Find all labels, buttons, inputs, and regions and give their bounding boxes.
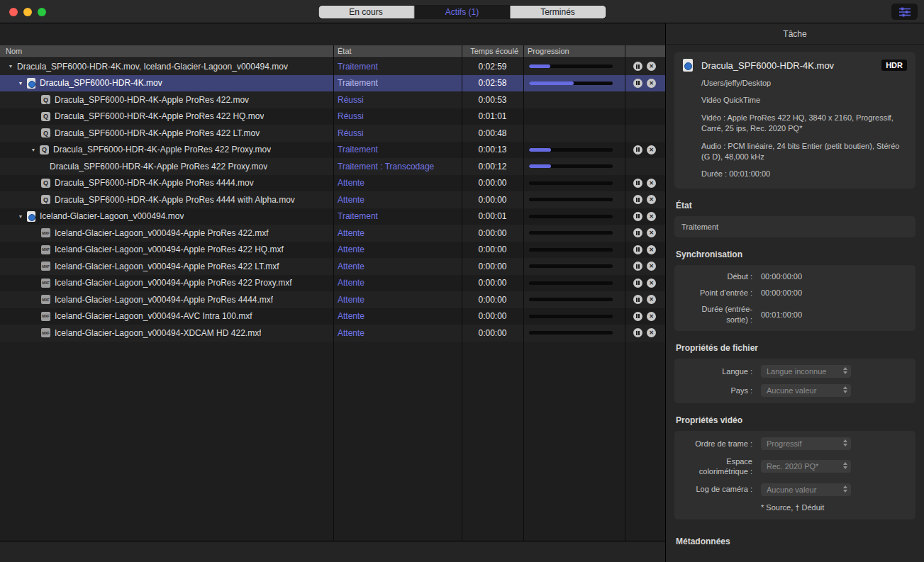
- job-name-cell: MXFIceland-Glacier-Lagoon_v000494-Apple …: [0, 275, 333, 292]
- table-row[interactable]: MXFIceland-Glacier-Lagoon_v000494-AVC In…: [0, 308, 665, 325]
- job-name: Iceland-Glacier-Lagoon_v000494-Apple Pro…: [55, 295, 273, 305]
- quicktime-output-icon: Q: [41, 112, 50, 121]
- table-row[interactable]: QDracula_SPF6000-HDR-4K-Apple ProRes 444…: [0, 175, 665, 192]
- job-name: Iceland-Glacier-Lagoon_v000494-XDCAM HD …: [55, 328, 261, 338]
- table-row[interactable]: QDracula_SPF6000-HDR-4K-Apple ProRes 444…: [0, 191, 665, 208]
- pause-button[interactable]: [633, 312, 642, 321]
- cancel-button[interactable]: ✕: [647, 179, 656, 188]
- progress-bar: [529, 198, 613, 201]
- column-separator[interactable]: [462, 45, 462, 541]
- source-duration: Durée : 00:01:00:00: [701, 169, 907, 179]
- disclosure-triangle-icon[interactable]: ▼: [14, 81, 27, 86]
- hdr-badge: HDR: [881, 60, 907, 71]
- mxf-file-icon: MXF: [41, 295, 50, 304]
- status-cell: Attente: [333, 191, 462, 208]
- progress-cell: [523, 175, 625, 192]
- pause-button[interactable]: [633, 79, 642, 88]
- table-row[interactable]: MXFIceland-Glacier-Lagoon_v000494-Apple …: [0, 291, 665, 308]
- pause-button[interactable]: [633, 262, 642, 271]
- table-row[interactable]: ▼Dracula_SPF6000-HDR-4K.mov, Iceland-Gla…: [0, 58, 665, 75]
- pause-button[interactable]: [633, 145, 642, 154]
- table-row[interactable]: QDracula_SPF6000-HDR-4K-Apple ProRes 422…: [0, 125, 665, 142]
- tab-termines[interactable]: Terminés: [510, 6, 606, 18]
- cancel-button[interactable]: ✕: [647, 295, 656, 304]
- stepper-icon: [843, 367, 847, 374]
- cancel-button[interactable]: ✕: [647, 279, 656, 288]
- disclosure-triangle-icon[interactable]: ▼: [14, 214, 27, 219]
- column-header-etat[interactable]: État: [338, 47, 352, 55]
- table-row[interactable]: QDracula_SPF6000-HDR-4K-Apple ProRes 422…: [0, 108, 665, 125]
- actions-cell: ✕: [625, 175, 664, 192]
- pause-button[interactable]: [633, 328, 642, 337]
- table-row[interactable]: MXFIceland-Glacier-Lagoon_v000494-Apple …: [0, 225, 665, 242]
- table-row[interactable]: MXFIceland-Glacier-Lagoon_v000494-Apple …: [0, 258, 665, 275]
- table-row[interactable]: ▼Dracula_SPF6000-HDR-4K.movTraitement0:0…: [0, 75, 665, 92]
- status-cell: Traitement: [333, 142, 462, 159]
- table-row[interactable]: MXFIceland-Glacier-Lagoon_v000494-Apple …: [0, 275, 665, 292]
- progress-cell: [523, 191, 625, 208]
- ordre-trame-dropdown[interactable]: Progressif: [761, 437, 851, 450]
- column-header-progression[interactable]: Progression: [528, 47, 569, 55]
- batch-pane: Nom État Temps écoulé Progression ▼Dracu…: [0, 23, 666, 562]
- actions-cell: ✕: [625, 208, 664, 225]
- cancel-button[interactable]: ✕: [647, 195, 656, 204]
- elapsed-cell: 0:02:59: [462, 58, 523, 75]
- table-row[interactable]: MXFIceland-Glacier-Lagoon_v000494-Apple …: [0, 242, 665, 259]
- zoom-window-button[interactable]: [38, 8, 46, 16]
- job-table-body: ▼Dracula_SPF6000-HDR-4K.mov, Iceland-Gla…: [0, 58, 665, 541]
- section-header-metadonnees[interactable]: Métadonnées: [676, 536, 914, 546]
- cancel-button[interactable]: ✕: [647, 245, 656, 254]
- pause-button[interactable]: [633, 228, 642, 237]
- actions-cell: [625, 91, 664, 108]
- column-separator[interactable]: [333, 45, 334, 541]
- quicktime-output-icon: Q: [41, 179, 50, 188]
- close-window-button[interactable]: [9, 8, 18, 16]
- cancel-button[interactable]: ✕: [647, 262, 656, 271]
- pause-button[interactable]: [633, 195, 642, 204]
- pause-button[interactable]: [633, 279, 642, 288]
- table-row[interactable]: ▼Iceland-Glacier-Lagoon_v000494.movTrait…: [0, 208, 665, 225]
- cancel-button[interactable]: ✕: [647, 312, 656, 321]
- status-cell: Réussi: [333, 108, 462, 125]
- column-separator[interactable]: [625, 45, 625, 541]
- disclosure-triangle-icon[interactable]: ▼: [4, 64, 17, 69]
- cancel-button[interactable]: ✕: [647, 145, 656, 154]
- job-name-cell: ▼QDracula_SPF6000-HDR-4K-Apple ProRes 42…: [0, 142, 333, 159]
- column-separator[interactable]: [523, 45, 524, 541]
- log-camera-dropdown[interactable]: Aucune valeur: [761, 483, 851, 496]
- job-name-cell: QDracula_SPF6000-HDR-4K-Apple ProRes 444…: [0, 175, 333, 192]
- minimize-window-button[interactable]: [23, 8, 32, 16]
- status-cell: Attente: [333, 308, 462, 325]
- tab-actifs[interactable]: Actifs (1): [414, 6, 510, 18]
- table-row[interactable]: ▼QDracula_SPF6000-HDR-4K-Apple ProRes 42…: [0, 142, 665, 159]
- cancel-button[interactable]: ✕: [647, 79, 656, 88]
- actions-cell: ✕: [625, 325, 664, 342]
- cancel-button[interactable]: ✕: [647, 62, 656, 71]
- pause-button[interactable]: [633, 212, 642, 221]
- disclosure-triangle-icon[interactable]: ▼: [27, 147, 40, 152]
- status-cell: Attente: [333, 258, 462, 275]
- cancel-button[interactable]: ✕: [647, 228, 656, 237]
- langue-label: Langue :: [681, 366, 752, 376]
- section-header-proprietes-video: Propriétés vidéo: [676, 415, 914, 425]
- pause-button[interactable]: [633, 295, 642, 304]
- cancel-button[interactable]: ✕: [647, 328, 656, 337]
- table-row[interactable]: QDracula_SPF6000-HDR-4K-Apple ProRes 422…: [0, 91, 665, 108]
- cancel-button[interactable]: ✕: [647, 212, 656, 221]
- stepper-icon: [843, 462, 847, 469]
- job-name: Dracula_SPF6000-HDR-4K-Apple ProRes 422.…: [55, 95, 249, 105]
- langue-dropdown[interactable]: Langue inconnue: [761, 365, 851, 378]
- pause-button[interactable]: [633, 62, 642, 71]
- pause-button[interactable]: [633, 179, 642, 188]
- filter-settings-button[interactable]: [891, 4, 918, 20]
- pays-dropdown[interactable]: Aucune valeur: [761, 384, 851, 397]
- table-row[interactable]: MXFIceland-Glacier-Lagoon_v000494-XDCAM …: [0, 325, 665, 342]
- espace-colorimetrique-dropdown[interactable]: Rec. 2020 PQ*: [761, 460, 851, 473]
- table-row[interactable]: Dracula_SPF6000-HDR-4K-Apple ProRes 422 …: [0, 158, 665, 175]
- tab-en-cours[interactable]: En cours: [318, 6, 414, 18]
- pause-button[interactable]: [633, 245, 642, 254]
- column-header-nom[interactable]: Nom: [6, 47, 22, 55]
- inspector-pane: Tâche Dracula_SPF6000-HDR-4K.mov HDR /Us…: [666, 23, 924, 562]
- status-cell: Attente: [333, 325, 462, 342]
- column-header-temps[interactable]: Temps écoulé: [462, 47, 518, 55]
